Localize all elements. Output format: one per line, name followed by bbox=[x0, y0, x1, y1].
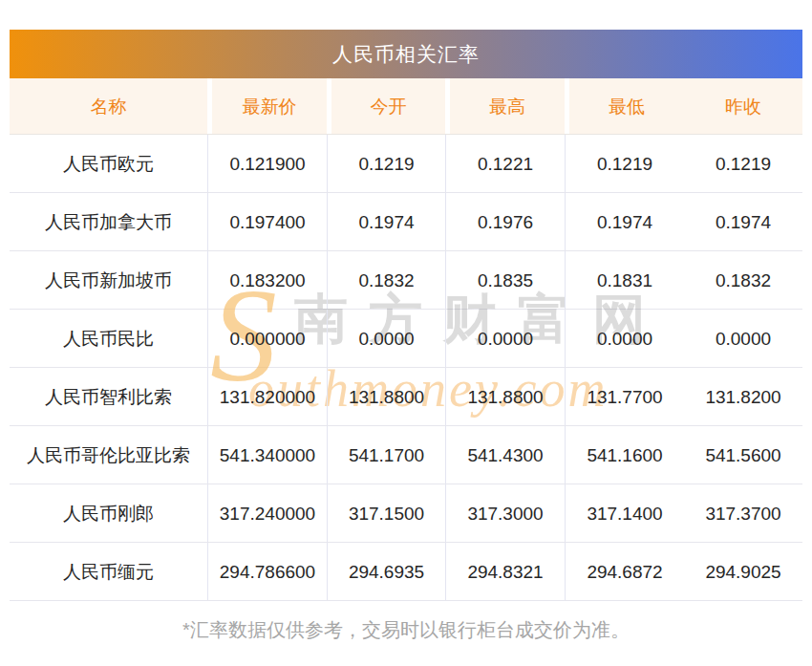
open-price: 294.6935 bbox=[327, 543, 445, 600]
table-row: 人民币加拿大币 0.197400 0.1974 0.1976 0.1974 0.… bbox=[10, 193, 802, 251]
latest-price: 131.820000 bbox=[207, 368, 327, 425]
high-price: 0.0000 bbox=[445, 310, 565, 367]
table-body: 人民币欧元 0.121900 0.1219 0.1221 0.1219 0.12… bbox=[10, 135, 802, 601]
currency-pair-name: 人民币缅元 bbox=[10, 543, 207, 600]
open-price: 541.1700 bbox=[327, 426, 445, 483]
latest-price: 0.197400 bbox=[207, 193, 327, 250]
table-title: 人民币相关汇率 bbox=[332, 43, 480, 65]
prev-close-price: 0.1832 bbox=[684, 251, 802, 309]
high-price: 0.1976 bbox=[445, 193, 565, 250]
page: 人民币相关汇率 名称 最新价 今开 最高 最低 昨收 人民币欧元 0.12190… bbox=[0, 0, 812, 666]
table-row: 人民币哥伦比亚比索 541.340000 541.1700 541.4300 5… bbox=[10, 426, 802, 484]
prev-close-price: 294.9025 bbox=[684, 543, 802, 600]
open-price: 0.0000 bbox=[327, 310, 445, 367]
table-row: 人民币刚郎 317.240000 317.1500 317.3000 317.1… bbox=[10, 484, 802, 543]
table-row: 人民币欧元 0.121900 0.1219 0.1221 0.1219 0.12… bbox=[10, 135, 802, 193]
high-price: 541.4300 bbox=[445, 426, 565, 483]
high-price: 0.1221 bbox=[445, 135, 565, 192]
disclaimer-text: *汇率数据仅供参考，交易时以银行柜台成交价为准。 bbox=[0, 617, 812, 643]
low-price: 541.1600 bbox=[565, 426, 684, 483]
column-header-open: 今开 bbox=[327, 78, 445, 134]
open-price: 131.8800 bbox=[327, 368, 445, 425]
table-row: 人民币民比 0.000000 0.0000 0.0000 0.0000 0.00… bbox=[10, 310, 802, 368]
latest-price: 294.786600 bbox=[207, 543, 327, 600]
latest-price: 541.340000 bbox=[207, 426, 327, 483]
column-header-low: 最低 bbox=[565, 78, 684, 134]
prev-close-price: 131.8200 bbox=[684, 368, 802, 425]
low-price: 317.1400 bbox=[565, 484, 684, 542]
open-price: 0.1832 bbox=[327, 251, 445, 309]
prev-close-price: 0.1974 bbox=[684, 193, 802, 250]
low-price: 0.0000 bbox=[565, 310, 684, 367]
table-row: 人民币智利比索 131.820000 131.8800 131.8800 131… bbox=[10, 368, 802, 426]
prev-close-price: 0.0000 bbox=[684, 310, 802, 367]
column-header-latest: 最新价 bbox=[207, 78, 327, 134]
low-price: 131.7700 bbox=[565, 368, 684, 425]
low-price: 294.6872 bbox=[565, 543, 684, 600]
currency-pair-name: 人民币欧元 bbox=[10, 135, 207, 192]
low-price: 0.1219 bbox=[565, 135, 684, 192]
low-price: 0.1974 bbox=[565, 193, 684, 250]
high-price: 294.8321 bbox=[445, 543, 565, 600]
currency-pair-name: 人民币智利比索 bbox=[10, 368, 207, 425]
high-price: 131.8800 bbox=[445, 368, 565, 425]
latest-price: 0.183200 bbox=[207, 251, 327, 309]
table-title-bar: 人民币相关汇率 bbox=[10, 30, 802, 78]
currency-pair-name: 人民币哥伦比亚比索 bbox=[10, 426, 207, 483]
high-price: 0.1835 bbox=[445, 251, 565, 309]
exchange-rate-table: 人民币相关汇率 名称 最新价 今开 最高 最低 昨收 人民币欧元 0.12190… bbox=[10, 30, 802, 601]
latest-price: 0.121900 bbox=[207, 135, 327, 192]
high-price: 317.3000 bbox=[445, 484, 565, 542]
open-price: 0.1974 bbox=[327, 193, 445, 250]
currency-pair-name: 人民币民比 bbox=[10, 310, 207, 367]
currency-pair-name: 人民币新加坡币 bbox=[10, 251, 207, 309]
latest-price: 317.240000 bbox=[207, 484, 327, 542]
low-price: 0.1831 bbox=[565, 251, 684, 309]
open-price: 0.1219 bbox=[327, 135, 445, 192]
open-price: 317.1500 bbox=[327, 484, 445, 542]
table-row: 人民币缅元 294.786600 294.6935 294.8321 294.6… bbox=[10, 543, 802, 601]
prev-close-price: 541.5600 bbox=[684, 426, 802, 483]
latest-price: 0.000000 bbox=[207, 310, 327, 367]
prev-close-price: 317.3700 bbox=[684, 484, 802, 542]
column-header-high: 最高 bbox=[445, 78, 565, 134]
currency-pair-name: 人民币加拿大币 bbox=[10, 193, 207, 250]
column-header-name: 名称 bbox=[10, 78, 207, 134]
table-row: 人民币新加坡币 0.183200 0.1832 0.1835 0.1831 0.… bbox=[10, 251, 802, 310]
prev-close-price: 0.1219 bbox=[684, 135, 802, 192]
column-header-prev: 昨收 bbox=[684, 78, 802, 134]
table-header-row: 名称 最新价 今开 最高 最低 昨收 bbox=[10, 78, 802, 135]
currency-pair-name: 人民币刚郎 bbox=[10, 484, 207, 542]
